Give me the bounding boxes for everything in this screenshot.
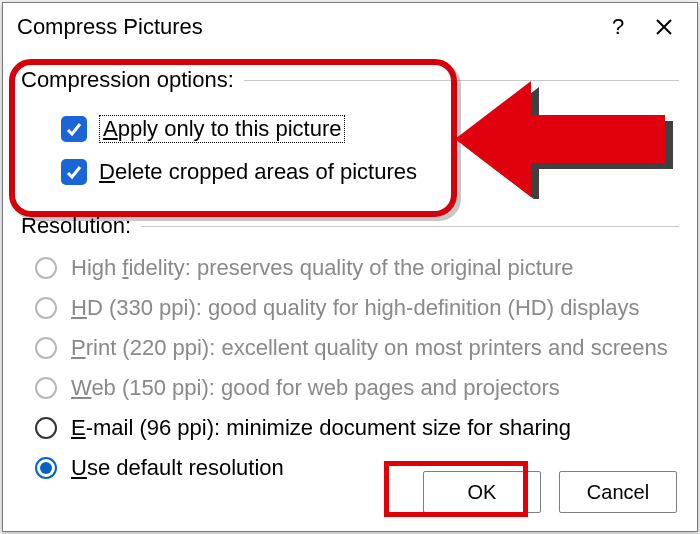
radio-hd: HD (330 ppi): good quality for high-defi… [35,295,679,321]
radio-button [35,257,57,279]
checkmark-icon [65,120,83,138]
radio-label: E-mail (96 ppi): minimize document size … [71,415,571,441]
dialog-body: Compression options: Apply only to this … [3,51,697,481]
radio-label: HD (330 ppi): good quality for high-defi… [71,295,640,321]
compress-pictures-dialog: Compress Pictures ? Compression options:… [2,2,698,532]
checkmark-icon [65,163,83,181]
radio-button[interactable] [35,417,57,439]
apply-only-label: Apply only to this picture [99,115,345,143]
titlebar: Compress Pictures ? [3,3,697,51]
radio-email[interactable]: E-mail (96 ppi): minimize document size … [35,415,679,441]
divider [141,226,679,227]
radio-button [35,337,57,359]
delete-cropped-label: Delete cropped areas of pictures [99,159,417,185]
radio-button[interactable] [35,457,57,479]
help-button[interactable]: ? [595,7,641,47]
compression-options-group: Apply only to this picture Delete croppe… [21,93,679,209]
radio-label: Web (150 ppi): good for web pages and pr… [71,375,560,401]
radio-web: Web (150 ppi): good for web pages and pr… [35,375,679,401]
dialog-title: Compress Pictures [17,14,595,40]
radio-label: High fidelity: preserves quality of the … [71,255,574,281]
compression-options-header: Compression options: [21,67,679,93]
close-icon [655,18,673,36]
radio-button [35,377,57,399]
radio-high-fidelity: High fidelity: preserves quality of the … [35,255,679,281]
divider [244,80,679,81]
compression-options-label: Compression options: [21,67,234,93]
dialog-button-row: OK Cancel [423,471,677,515]
ok-button[interactable]: OK [423,471,541,513]
close-button[interactable] [641,7,687,47]
radio-label: Use default resolution [71,455,284,481]
radio-button [35,297,57,319]
resolution-group: High fidelity: preserves quality of the … [21,239,679,481]
delete-cropped-row[interactable]: Delete cropped areas of pictures [61,159,679,185]
radio-label: Print (220 ppi): excellent quality on mo… [71,335,668,361]
cancel-button[interactable]: Cancel [559,471,677,513]
radio-print: Print (220 ppi): excellent quality on mo… [35,335,679,361]
delete-cropped-checkbox[interactable] [61,159,87,185]
resolution-header: Resolution: [21,213,679,239]
apply-only-checkbox[interactable] [61,116,87,142]
resolution-label: Resolution: [21,213,131,239]
apply-only-row[interactable]: Apply only to this picture [61,115,679,143]
